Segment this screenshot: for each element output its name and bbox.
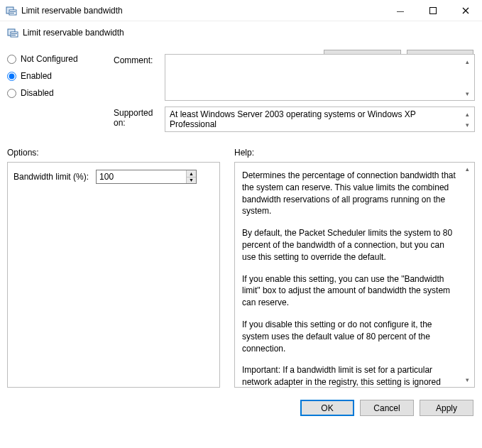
svg-rect-8 (11, 35, 16, 35)
svg-rect-1 (9, 10, 16, 15)
radio-label-enabled: Enabled (21, 71, 52, 81)
setting-title: Limit reservable bandwidth (23, 28, 124, 38)
scroll-down-icon[interactable]: ▾ (461, 87, 473, 99)
apply-button[interactable]: Apply (420, 400, 473, 416)
help-label: Help: (234, 148, 475, 158)
policy-icon (6, 5, 17, 16)
help-pane: Determines the percentage of connection … (234, 162, 475, 388)
radio-disabled[interactable] (7, 89, 16, 98)
svg-rect-4 (430, 8, 437, 14)
ok-button[interactable]: OK (300, 400, 354, 416)
bandwidth-limit-label: Bandwidth limit (%): (13, 172, 89, 182)
titlebar: Limit reservable bandwidth ― (0, 0, 482, 21)
svg-rect-2 (10, 11, 16, 12)
state-radio-group: Not Configured Enabled Disabled (7, 54, 106, 105)
spinner-down-icon[interactable]: ▼ (187, 177, 196, 184)
minimize-button[interactable]: ― (384, 0, 417, 21)
radio-label-not-configured: Not Configured (21, 54, 78, 64)
help-text: By default, the Packet Scheduler limits … (242, 227, 459, 263)
state-not-configured[interactable]: Not Configured (7, 54, 106, 64)
svg-rect-7 (11, 33, 17, 34)
supported-on-label: Supported on: (114, 106, 165, 128)
options-label: Options: (7, 148, 220, 158)
supported-on-box: At least Windows Server 2003 operating s… (165, 106, 475, 132)
scroll-up-icon[interactable]: ▴ (461, 55, 473, 67)
radio-not-configured[interactable] (7, 55, 16, 64)
scroll-down-icon[interactable]: ▾ (461, 119, 473, 131)
state-disabled[interactable]: Disabled (7, 88, 106, 98)
svg-rect-3 (10, 13, 14, 13)
maximize-button[interactable] (417, 0, 449, 21)
close-button[interactable] (449, 0, 482, 21)
help-text: If you enable this setting, you can use … (242, 273, 459, 309)
supported-on-value: At least Windows Server 2003 operating s… (170, 109, 416, 129)
window-title: Limit reservable bandwidth (21, 6, 384, 16)
help-text: Determines the percentage of connection … (242, 170, 459, 217)
bandwidth-limit-input[interactable] (97, 170, 186, 183)
comment-label: Comment: (114, 54, 165, 65)
help-text: If you disable this setting or do not co… (242, 319, 459, 354)
scroll-down-icon[interactable]: ▾ (461, 374, 473, 386)
policy-setting-icon (7, 27, 18, 38)
svg-rect-6 (11, 32, 18, 37)
comment-textarea[interactable]: ▴ ▾ (165, 54, 475, 101)
bandwidth-limit-spinner[interactable]: ▲ ▼ (96, 170, 197, 184)
scroll-up-icon[interactable]: ▴ (461, 163, 473, 175)
radio-label-disabled: Disabled (21, 88, 54, 98)
radio-enabled[interactable] (7, 72, 16, 81)
help-text: Important: If a bandwidth limit is set f… (242, 364, 459, 388)
options-pane: Bandwidth limit (%): ▲ ▼ (7, 162, 220, 388)
spinner-up-icon[interactable]: ▲ (187, 170, 196, 177)
cancel-button[interactable]: Cancel (360, 400, 414, 416)
state-enabled[interactable]: Enabled (7, 71, 106, 81)
